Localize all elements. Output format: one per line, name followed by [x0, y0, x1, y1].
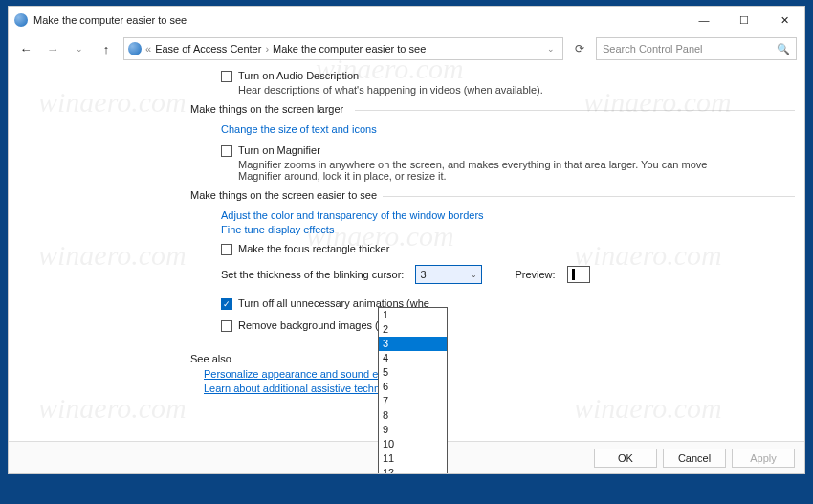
search-placeholder: Search Control Panel — [603, 43, 703, 55]
search-input[interactable]: Search Control Panel 🔍 — [596, 37, 797, 60]
chevron-down-icon: ⌄ — [471, 271, 477, 279]
up-button[interactable]: ↑ — [97, 42, 116, 56]
control-panel-icon — [128, 42, 142, 55]
dropdown-option[interactable]: 1 — [379, 308, 447, 322]
desc-magnifier: Magnifier zooms in anywhere on the scree… — [238, 159, 736, 182]
back-button[interactable]: ← — [16, 42, 35, 56]
link-fine-tune[interactable]: Fine tune display effects — [221, 224, 776, 235]
checkbox-icon — [221, 244, 232, 255]
link-adjust-color[interactable]: Adjust the color and transparency of the… — [221, 209, 776, 221]
checkbox-turn-off-animations[interactable]: ✓ Turn off all unnecessary animations (w… — [221, 297, 776, 310]
link-learn-assistive[interactable]: Learn about additional assistive technol… — [204, 383, 776, 394]
forward-button[interactable]: → — [43, 42, 62, 56]
checkbox-icon — [221, 145, 232, 157]
dropdown-option[interactable]: 11 — [379, 451, 447, 466]
checkbox-icon — [221, 320, 232, 332]
dropdown-option[interactable]: 8 — [379, 408, 447, 423]
window-title: Make the computer easier to see — [33, 14, 684, 26]
ok-button[interactable]: OK — [594, 449, 657, 468]
link-personalize[interactable]: Personalize appearance and sound effects — [204, 368, 776, 380]
dropdown-option[interactable]: 9 — [379, 423, 447, 437]
checkbox-label: Make the focus rectangle thicker — [238, 243, 389, 254]
label-cursor-thickness: Set the thickness of the blinking cursor… — [221, 269, 404, 280]
dropdown-option[interactable]: 10 — [379, 437, 447, 451]
crumb-dropdown[interactable]: ⌄ — [543, 44, 559, 54]
cancel-button[interactable]: Cancel — [663, 449, 726, 468]
group-easier-see: Make things on the screen easier to see — [190, 189, 776, 204]
nav-toolbar: ← → ⌄ ↑ « Ease of Access Center › Make t… — [9, 33, 804, 64]
refresh-button[interactable]: ⟳ — [571, 42, 588, 55]
checkbox-icon-checked: ✓ — [221, 298, 232, 310]
group-larger: Make things on the screen larger — [190, 103, 776, 118]
checkbox-label: Turn on Magnifier — [238, 144, 320, 156]
cursor-thickness-dropdown[interactable]: 3 ⌄ — [415, 265, 482, 284]
checkbox-icon — [221, 71, 232, 82]
cursor-thickness-listbox[interactable]: 1234567891011121314151617181920 — [378, 307, 448, 473]
label-preview: Preview: — [515, 269, 555, 280]
dropdown-option[interactable]: 7 — [379, 394, 447, 408]
dropdown-option[interactable]: 12 — [379, 466, 447, 473]
breadcrumb[interactable]: « Ease of Access Center › Make the compu… — [123, 37, 563, 60]
desc-audio: Hear descriptions of what's happening in… — [238, 84, 776, 96]
link-change-size[interactable]: Change the size of text and icons — [221, 123, 776, 135]
dropdown-option[interactable]: 6 — [379, 380, 447, 394]
close-button[interactable]: ✕ — [764, 7, 804, 33]
crumb-sep: › — [265, 43, 269, 55]
crumb-current[interactable]: Make the computer easier to see — [273, 43, 426, 55]
checkbox-label: Turn on Audio Description — [238, 70, 359, 81]
checkbox-remove-bg[interactable]: Remove background images (where avail — [221, 319, 776, 332]
dropdown-option[interactable]: 3 — [379, 337, 447, 351]
search-icon: 🔍 — [777, 43, 790, 55]
checkbox-audio-description[interactable]: Turn on Audio Description — [221, 70, 776, 82]
dropdown-option[interactable]: 4 — [379, 351, 447, 365]
apply-button[interactable]: Apply — [732, 449, 795, 468]
titlebar: Make the computer easier to see — ☐ ✕ — [9, 7, 804, 33]
app-icon — [14, 13, 28, 27]
dropdown-value: 3 — [420, 269, 471, 280]
checkbox-magnifier[interactable]: Turn on Magnifier — [221, 144, 776, 157]
checkbox-focus-rect[interactable]: Make the focus rectangle thicker — [221, 243, 776, 255]
recent-button[interactable]: ⌄ — [70, 44, 89, 54]
dropdown-option[interactable]: 2 — [379, 322, 447, 337]
dropdown-option[interactable]: 5 — [379, 365, 447, 380]
maximize-button[interactable]: ☐ — [724, 7, 764, 33]
crumb-ease-of-access[interactable]: Ease of Access Center — [155, 43, 261, 55]
see-also-heading: See also — [190, 353, 776, 364]
cursor-preview — [567, 266, 590, 283]
crumb-sep: « — [145, 43, 151, 55]
minimize-button[interactable]: — — [684, 7, 724, 33]
